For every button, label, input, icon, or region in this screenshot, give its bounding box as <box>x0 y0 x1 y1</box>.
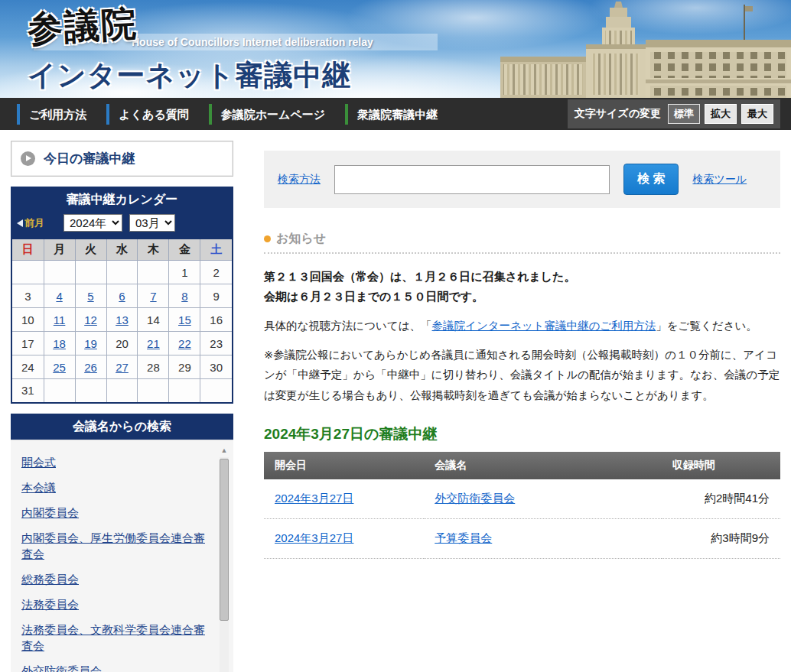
font-size-button[interactable]: 拡大 <box>705 104 737 124</box>
nav-item[interactable]: 参議院ホームページ <box>209 104 337 125</box>
calendar-day-link[interactable]: 13 <box>116 313 129 326</box>
scrollbar-thumb[interactable] <box>220 459 229 621</box>
calendar-day-link[interactable]: 22 <box>178 337 191 350</box>
schedule-table-body: 2024年3月27日外交防衛委員会約2時間41分2024年3月27日予算委員会約… <box>264 479 780 559</box>
nav-item[interactable]: 衆議院審議中継 <box>345 104 450 125</box>
calendar-day-cell: 7 <box>138 284 169 308</box>
calendar-day-cell <box>138 261 169 284</box>
calendar-day-cell: 25 <box>44 355 75 379</box>
list-scrollbar[interactable]: ▲ <box>219 445 229 672</box>
calendar-day-cell <box>11 261 44 284</box>
calendar-day-cell: 15 <box>169 308 200 332</box>
calendar-day-cell <box>138 379 169 403</box>
calendar-day-cell: 27 <box>106 355 138 379</box>
calendar-day-link[interactable]: 7 <box>150 290 156 303</box>
usage-guide-link[interactable]: 参議院インターネット審議中継のご利用方法 <box>432 320 656 332</box>
calendar-day-cell: 16 <box>200 308 233 332</box>
schedule-date-link[interactable]: 2024年3月27日 <box>275 531 353 544</box>
search-input[interactable] <box>334 165 610 194</box>
calendar-day-header: 金 <box>169 239 200 261</box>
schedule-column-header: 会議名 <box>424 452 662 479</box>
calendar-header-row: 日月火水木金土 <box>11 239 233 261</box>
calendar-day-cell <box>200 379 233 403</box>
calendar-day-link[interactable]: 25 <box>53 361 66 374</box>
schedule-meeting-link[interactable]: 外交防衛委員会 <box>435 492 515 505</box>
meeting-name-link[interactable]: 法務委員会、文教科学委員会連合審査会 <box>21 622 210 654</box>
meeting-name-link[interactable]: 内閣委員会、厚生労働委員会連合審査会 <box>21 531 210 562</box>
usage-text-post: 」をご覧ください。 <box>656 320 757 332</box>
usage-text-pre: 具体的な視聴方法については、「 <box>264 320 432 332</box>
calendar-day-link[interactable]: 15 <box>178 313 191 326</box>
search-tools-link[interactable]: 検索ツール <box>692 173 747 187</box>
calendar-day-link[interactable]: 5 <box>87 290 93 303</box>
calendar-day-link[interactable]: 12 <box>84 313 97 326</box>
meeting-list-items: 開会式本会議内閣委員会内閣委員会、厚生労働委員会連合審査会総務委員会法務委員会法… <box>21 455 210 672</box>
schedule-meeting-link[interactable]: 予算委員会 <box>435 531 492 544</box>
calendar-day-header: 水 <box>106 239 138 261</box>
nav-item[interactable]: ご利用方法 <box>17 104 99 125</box>
calendar-day-link[interactable]: 4 <box>56 290 62 303</box>
calendar-day-cell: 4 <box>44 284 75 308</box>
diet-building-illustration <box>500 0 791 98</box>
calendar-week-row: 10111213141516 <box>11 308 233 332</box>
schedule-date-link[interactable]: 2024年3月27日 <box>275 492 353 505</box>
calendar-day-cell: 19 <box>75 332 106 355</box>
meeting-name-link[interactable]: 内閣委員会 <box>21 505 210 521</box>
calendar-day-cell: 20 <box>106 332 138 355</box>
site-title: インターネット審議中継 <box>28 57 351 95</box>
calendar-day-cell <box>44 261 75 284</box>
meeting-search-panel-title: 会議名からの検索 <box>11 414 233 440</box>
previous-month-label: 前月 <box>24 216 44 230</box>
calendar-day-cell: 28 <box>138 355 169 379</box>
month-select[interactable]: 03月 <box>129 214 175 232</box>
year-select[interactable]: 2024年 <box>63 214 122 232</box>
calendar-day-link[interactable]: 18 <box>53 337 66 350</box>
font-size-button[interactable]: 最大 <box>741 104 773 124</box>
broadcast-calendar: 日月火水木金土 12345678910111213141516171819202… <box>11 238 233 404</box>
calendar-week-row: 12 <box>11 261 233 284</box>
meeting-name-link[interactable]: 本会議 <box>21 480 210 495</box>
notice-section-heading: お知らせ <box>264 231 780 254</box>
previous-month-button[interactable]: 前月 <box>17 216 44 230</box>
calendar-day-cell: 21 <box>138 332 169 355</box>
sangiin-logo: 参議院 <box>26 0 138 53</box>
calendar-day-link[interactable]: 8 <box>181 290 187 303</box>
calendar-day-link[interactable]: 11 <box>54 313 66 326</box>
font-size-button[interactable]: 標準 <box>668 104 700 124</box>
calendar-day-cell: 8 <box>169 284 200 308</box>
calendar-day-cell: 2 <box>200 261 233 284</box>
calendar-day-link[interactable]: 19 <box>84 337 97 350</box>
calendar-week-row: 3456789 <box>11 284 233 308</box>
calendar-day-cell: 30 <box>200 355 233 379</box>
nav-items: ご利用方法よくある質問参議院ホームページ衆議院審議中継 <box>17 104 457 125</box>
broadcast-note: ※参議院公報においてあらかじめ各議員に通知される開会時刻（公報掲載時刻）の１０分… <box>264 345 780 406</box>
calendar-day-header: 木 <box>138 239 169 261</box>
notice-heading-label: お知らせ <box>276 231 326 247</box>
site-banner: 参議院 House of Councillors Internet delibe… <box>0 0 791 98</box>
schedule-duration-cell: 約2時間41分 <box>662 479 780 519</box>
scroll-up-arrow-icon[interactable]: ▲ <box>219 445 229 456</box>
nav-item[interactable]: よくある質問 <box>106 104 200 125</box>
calendar-week-row: 24252627282930 <box>11 355 233 379</box>
meeting-name-link[interactable]: 総務委員会 <box>21 572 210 587</box>
search-method-link[interactable]: 検索方法 <box>278 173 321 187</box>
schedule-meeting-cell: 外交防衛委員会 <box>424 479 662 519</box>
calendar-day-link[interactable]: 26 <box>84 361 97 374</box>
calendar-day-cell: 6 <box>106 284 138 308</box>
calendar-day-link[interactable]: 6 <box>119 290 125 303</box>
calendar-day-cell: 1 <box>169 261 200 284</box>
schedule-column-header: 開会日 <box>264 452 424 479</box>
calendar-day-link[interactable]: 27 <box>116 361 129 374</box>
calendar-day-cell: 10 <box>11 308 44 332</box>
search-button[interactable]: 検 索 <box>623 164 679 195</box>
calendar-day-header: 日 <box>11 239 44 261</box>
meeting-name-link[interactable]: 開会式 <box>21 455 210 470</box>
broadcast-schedule-table: 開会日会議名収録時間 2024年3月27日外交防衛委員会約2時間41分2024年… <box>264 452 780 559</box>
meeting-name-link[interactable]: 法務委員会 <box>21 597 210 612</box>
calendar-week-row: 17181920212223 <box>11 332 233 355</box>
meeting-name-link[interactable]: 外交防衛委員会 <box>21 664 210 672</box>
calendar-day-link[interactable]: 21 <box>147 337 160 350</box>
font-size-buttons: 標準拡大最大 <box>668 104 773 124</box>
today-broadcast-link[interactable]: 今日の審議中継 <box>11 141 233 177</box>
schedule-date-cell: 2024年3月27日 <box>264 479 424 519</box>
